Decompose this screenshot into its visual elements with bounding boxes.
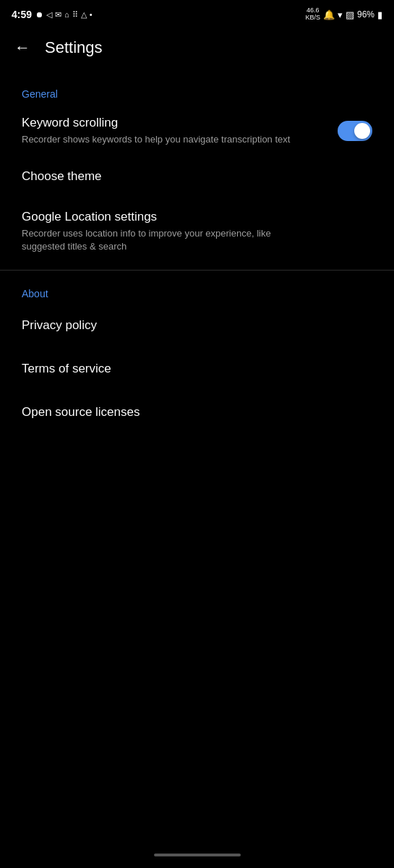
app-bar: ← Settings xyxy=(0,26,394,69)
alarm-icon: △ xyxy=(81,10,87,20)
settings-item-keyword-scrolling[interactable]: Keyword scrolling Recorder shows keyword… xyxy=(0,106,394,156)
google-location-title: Google Location settings xyxy=(22,210,372,224)
signal-icon: ▨ xyxy=(346,9,354,20)
settings-item-terms-of-service[interactable]: Terms of service xyxy=(0,349,394,392)
settings-item-choose-theme[interactable]: Choose theme xyxy=(0,156,394,200)
status-bar-left: 4:59 ⏺ ◁ ✉ ⌂ ⠿ △ • xyxy=(12,9,93,20)
bottom-nav-bar xyxy=(154,854,241,856)
settings-item-privacy-policy[interactable]: Privacy policy xyxy=(0,305,394,349)
keyword-scrolling-title: Keyword scrolling xyxy=(22,116,290,130)
status-bar: 4:59 ⏺ ◁ ✉ ⌂ ⠿ △ • 46.6 KB/S 🔔 ▾ ▨ 96% ▮ xyxy=(0,0,394,26)
data-speed: 46.6 KB/S xyxy=(305,7,320,22)
spotify-icon: ⏺ xyxy=(35,10,43,19)
toggle-thumb xyxy=(354,123,370,139)
status-time: 4:59 xyxy=(12,9,32,20)
keyword-scrolling-row: Keyword scrolling Recorder shows keyword… xyxy=(22,116,372,146)
google-location-subtitle: Recorder uses location info to improve y… xyxy=(22,227,296,253)
dot-icon: • xyxy=(90,10,93,19)
notification-icon: 🔔 xyxy=(323,9,335,20)
battery-icon: ▮ xyxy=(377,9,382,20)
settings-content: General Keyword scrolling Recorder shows… xyxy=(0,69,394,435)
back-button[interactable]: ← xyxy=(14,38,30,57)
home-icon: ⌂ xyxy=(64,10,69,19)
keyword-scrolling-subtitle: Recorder shows keywords to help you navi… xyxy=(22,133,290,146)
settings-item-google-location[interactable]: Google Location settings Recorder uses l… xyxy=(0,200,394,263)
keyword-scrolling-text: Keyword scrolling Recorder shows keyword… xyxy=(22,116,290,146)
keyword-scrolling-toggle[interactable] xyxy=(338,121,372,141)
open-source-licenses-title: Open source licenses xyxy=(22,405,372,420)
settings-item-open-source-licenses[interactable]: Open source licenses xyxy=(0,392,394,435)
privacy-policy-title: Privacy policy xyxy=(22,318,372,333)
gmail-icon: ✉ xyxy=(55,10,61,20)
section-header-about: About xyxy=(0,276,394,305)
status-icons: ⏺ ◁ ✉ ⌂ ⠿ △ • xyxy=(35,10,93,20)
status-bar-right: 46.6 KB/S 🔔 ▾ ▨ 96% ▮ xyxy=(305,7,382,22)
grid-icon: ⠿ xyxy=(72,10,78,20)
section-header-general: General xyxy=(0,77,394,106)
choose-theme-title: Choose theme xyxy=(22,169,372,184)
page-title: Settings xyxy=(45,38,103,57)
wifi-icon: ▾ xyxy=(338,9,343,20)
navigation-icon: ◁ xyxy=(46,10,52,20)
battery-level: 96% xyxy=(357,9,374,20)
terms-of-service-title: Terms of service xyxy=(22,362,372,376)
section-divider xyxy=(0,270,394,271)
